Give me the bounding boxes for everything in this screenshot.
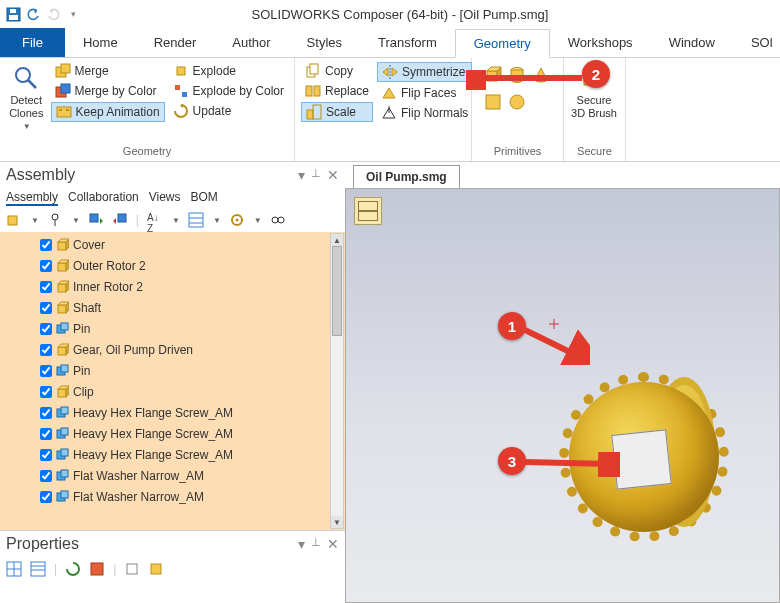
panel-pin-icon[interactable]: ⊥	[311, 536, 321, 552]
qat-dropdown-icon[interactable]: ▾	[64, 5, 82, 23]
scale-button[interactable]: Scale	[301, 102, 373, 122]
save-icon[interactable]	[4, 5, 22, 23]
tree-item[interactable]: Pin	[40, 318, 345, 339]
panel-pin-icon[interactable]: ⊥	[311, 167, 321, 183]
subtab-bom[interactable]: BOM	[191, 190, 218, 206]
svg-rect-71	[61, 407, 68, 414]
subtab-assembly[interactable]: Assembly	[6, 190, 58, 206]
redo-icon[interactable]	[44, 5, 62, 23]
tree-item[interactable]: Flat Washer Narrow_AM	[40, 486, 345, 507]
tab-home[interactable]: Home	[65, 28, 136, 57]
tree-item-label: Shaft	[73, 301, 101, 315]
toolbar-link-icon[interactable]	[270, 212, 286, 228]
tree-item-checkbox[interactable]	[40, 344, 52, 356]
primitive-cone-icon[interactable]	[532, 66, 550, 87]
panel-dropdown-icon[interactable]: ▾	[298, 536, 305, 552]
model-gear[interactable]	[519, 342, 759, 562]
props-copy-icon[interactable]	[124, 561, 140, 577]
tree-item[interactable]: Pin	[40, 360, 345, 381]
keep-animation-button[interactable]: Keep Animation	[51, 102, 165, 122]
toolbar-grid-icon[interactable]	[188, 212, 204, 228]
toolbar-sort-icon[interactable]: A↓Z	[147, 212, 163, 228]
symmetrize-button[interactable]: Symmetrize	[377, 62, 472, 82]
props-paste-icon[interactable]	[148, 561, 164, 577]
tree-item-checkbox[interactable]	[40, 365, 52, 377]
tree-item-checkbox[interactable]	[40, 491, 52, 503]
toolbar-gear-icon[interactable]	[229, 212, 245, 228]
primitive-cylinder-icon[interactable]	[508, 66, 526, 87]
tree-item-checkbox[interactable]	[40, 407, 52, 419]
assembly-toolbar: ▼ ▼ | A↓Z▼ ▼ ▼	[0, 208, 345, 232]
scroll-up-icon[interactable]: ▲	[331, 234, 343, 246]
explode-button[interactable]: Explode	[169, 62, 288, 80]
tab-file[interactable]: File	[0, 28, 65, 57]
tree-item[interactable]: Heavy Hex Flange Screw_AM	[40, 423, 345, 444]
assembly-icon	[56, 469, 69, 482]
copy-button[interactable]: Copy	[301, 62, 373, 80]
tab-render[interactable]: Render	[136, 28, 215, 57]
symmetrize-icon	[382, 64, 398, 80]
tree-item-checkbox[interactable]	[40, 428, 52, 440]
merge-button[interactable]: Merge	[51, 62, 165, 80]
flip-faces-button[interactable]: Flip Faces	[377, 84, 472, 102]
tree-item-checkbox[interactable]	[40, 470, 52, 482]
detect-clones-button[interactable]: Detect Clones ▼	[6, 62, 47, 133]
update-button[interactable]: Update	[169, 102, 288, 120]
merge-by-color-button[interactable]: Merge by Color	[51, 82, 165, 100]
tree-item[interactable]: Heavy Hex Flange Screw_AM	[40, 402, 345, 423]
svg-rect-1	[9, 15, 18, 20]
toolbar-collapse-icon[interactable]	[112, 212, 128, 228]
subtab-collaboration[interactable]: Collaboration	[68, 190, 139, 206]
flip-normals-icon	[381, 105, 397, 121]
tab-window[interactable]: Window	[651, 28, 733, 57]
tree-item[interactable]: Inner Rotor 2	[40, 276, 345, 297]
tab-styles[interactable]: Styles	[289, 28, 360, 57]
tab-geometry[interactable]: Geometry	[455, 29, 550, 58]
tree-item[interactable]: Heavy Hex Flange Screw_AM	[40, 444, 345, 465]
scroll-down-icon[interactable]: ▼	[331, 516, 343, 528]
tree-item-checkbox[interactable]	[40, 323, 52, 335]
tree-item-checkbox[interactable]	[40, 239, 52, 251]
tab-author[interactable]: Author	[214, 28, 288, 57]
panel-close-icon[interactable]: ✕	[327, 536, 339, 552]
props-filter-icon[interactable]	[89, 561, 105, 577]
tree-item-checkbox[interactable]	[40, 302, 52, 314]
tab-workshops[interactable]: Workshops	[550, 28, 651, 57]
views-strip-icon[interactable]	[354, 197, 382, 225]
primitive-square-icon[interactable]	[484, 93, 502, 114]
symmetry-plane[interactable]	[611, 429, 671, 489]
tab-transform[interactable]: Transform	[360, 28, 455, 57]
tab-sol[interactable]: SOl	[733, 28, 773, 57]
tree-item[interactable]: Gear, Oil Pump Driven	[40, 339, 345, 360]
toolbar-robot-icon[interactable]	[47, 212, 63, 228]
tree-item[interactable]: Cover	[40, 234, 345, 255]
primitive-cube-icon[interactable]	[484, 66, 502, 87]
flip-normals-button[interactable]: Flip Normals	[377, 104, 472, 122]
tree-item[interactable]: Flat Washer Narrow_AM	[40, 465, 345, 486]
svg-rect-6	[61, 64, 70, 73]
props-refresh-icon[interactable]	[65, 561, 81, 577]
tree-item[interactable]: Clip	[40, 381, 345, 402]
document-tab[interactable]: Oil Pump.smg	[353, 165, 460, 188]
tree-scrollbar[interactable]: ▲ ▼	[330, 233, 344, 529]
primitive-circle-icon[interactable]	[508, 93, 526, 114]
explode-by-color-button[interactable]: Explode by Color	[169, 82, 288, 100]
undo-icon[interactable]	[24, 5, 42, 23]
props-grid-icon[interactable]	[6, 561, 22, 577]
panel-close-icon[interactable]: ✕	[327, 167, 339, 183]
replace-button[interactable]: Replace	[301, 82, 373, 100]
tree-item-checkbox[interactable]	[40, 386, 52, 398]
toolbar-expand-icon[interactable]	[88, 212, 104, 228]
scroll-thumb[interactable]	[332, 246, 342, 336]
viewport-3d[interactable]	[345, 188, 780, 603]
tree-item[interactable]: Shaft	[40, 297, 345, 318]
tree-item-label: Inner Rotor 2	[73, 280, 143, 294]
tree-item[interactable]: Outer Rotor 2	[40, 255, 345, 276]
subtab-views[interactable]: Views	[149, 190, 181, 206]
toolbar-cube-icon[interactable]	[6, 212, 22, 228]
tree-item-checkbox[interactable]	[40, 449, 52, 461]
tree-item-checkbox[interactable]	[40, 260, 52, 272]
panel-dropdown-icon[interactable]: ▾	[298, 167, 305, 183]
props-list-icon[interactable]	[30, 561, 46, 577]
tree-item-checkbox[interactable]	[40, 281, 52, 293]
